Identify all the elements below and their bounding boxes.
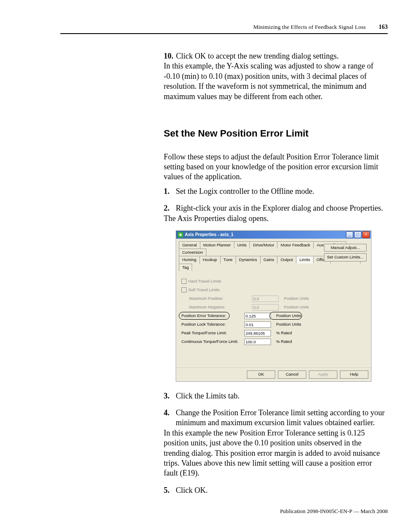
step-4-sub: In this example the new Position Error T… [164,428,386,479]
position-lock-tolerance-unit: Position Units [276,322,301,327]
max-positive-unit: Position Units [284,296,309,301]
continuous-torque-unit: % Rated [276,339,292,344]
step-text: Click OK to accept the new trending dial… [176,51,386,61]
section-intro: Follow these steps to adjust the default… [164,152,386,182]
peak-torque-label: Peak Torque/Force Limit: [181,330,242,336]
continuous-torque-label: Continuous Torque/Force Limit: [181,339,242,344]
tab-hookup[interactable]: Hookup [199,256,221,264]
step-10-detail: In this example, the Y-Axis scaling was … [164,61,386,102]
max-positive-row: Maximum Positive: 0.0 Position Units [181,294,367,303]
max-negative-label: Maximum Negative: [181,305,249,310]
tab-motion-planner[interactable]: Motion Planner [200,241,234,249]
max-positive-input: 0.0 [252,296,279,302]
dialog-app-icon [178,232,183,237]
tab-motor-feedback[interactable]: Motor Feedback [277,241,314,249]
axis-properties-dialog: Axis Properties - axis_1 _ □ × General M… [176,230,371,382]
publication-footer: Publication 2098-IN005C-EN-P — March 200… [280,508,388,515]
dialog-bottom-buttons: OK Cancel Apply Help [176,367,371,381]
max-negative-row: Maximum Negative: 0.0 Position Units [181,303,367,311]
step-2-sub: The Axis Properties dialog opens. [164,214,386,224]
ok-button[interactable]: OK [247,370,275,378]
step-3: 3. Click the Limits tab. [164,391,386,401]
hard-travel-limits-label: Hard Travel Limits [188,279,221,284]
position-error-tolerance-input[interactable]: 0.125 [244,313,271,319]
step-text: Set the Logix controller to the Offline … [176,187,386,196]
tab-gains[interactable]: Gains [260,256,278,264]
step-text: Change the Position Error Tolerance limi… [176,408,386,428]
step-number: 4. [164,408,173,428]
step-number: 10. [164,51,174,61]
tab-conversion[interactable]: Conversion [179,249,206,256]
tab-tag[interactable]: Tag [179,264,192,271]
step-text: Right-click your axis in the Explorer di… [176,203,386,213]
position-lock-tolerance-input[interactable]: 0.01 [244,321,271,328]
tab-drive-motor[interactable]: Drive/Motor [249,241,277,249]
max-positive-label: Maximum Positive: [181,296,249,301]
position-lock-tolerance-label: Position Lock Tolerance: [181,322,242,327]
soft-travel-limits-checkbox[interactable] [181,287,187,292]
step-10: 10. Click OK to accept the new trending … [164,51,386,61]
tab-output[interactable]: Output [277,256,296,264]
continuous-torque-input[interactable]: 100.0 [244,339,271,345]
step-number: 2. [164,203,173,213]
step-text: Click the Limits tab. [176,391,386,401]
dialog-titlebar[interactable]: Axis Properties - axis_1 _ □ × [176,231,371,239]
tab-general[interactable]: General [179,241,200,249]
hard-travel-limits-checkbox[interactable] [181,279,187,284]
position-error-tolerance-row: Position Error Tolerance: 0.125 Position… [181,311,367,320]
position-error-tolerance-label: Position Error Tolerance: [181,313,242,318]
tab-dynamics[interactable]: Dynamics [236,256,261,264]
step-text: Click OK. [176,485,386,495]
apply-button[interactable]: Apply [309,370,337,378]
tab-limits[interactable]: Limits [296,256,314,264]
header-title: Minimizing the Effects of Feedback Signa… [253,24,366,31]
set-custom-limits-button[interactable]: Set Custom Limits... [324,253,367,261]
maximize-button[interactable]: □ [354,231,361,238]
tab-tune[interactable]: Tune [220,256,236,264]
step-2: 2. Right-click your axis in the Explorer… [164,203,386,213]
step-number: 1. [164,187,173,196]
step-number: 3. [164,391,173,401]
step-4: 4. Change the Position Error Tolerance l… [164,408,386,428]
peak-torque-unit: % Rated [276,330,292,336]
section-heading: Set the New Position Error Limit [164,128,386,140]
step-5: 5. Click OK. [164,485,386,495]
soft-travel-limits-label: Soft Travel Limits [188,287,220,292]
peak-torque-row: Peak Torque/Force Limit: 249.86105 % Rat… [181,329,367,337]
close-button[interactable]: × [362,231,370,238]
dialog-title: Axis Properties - axis_1 [185,232,234,237]
position-error-tolerance-unit: Position Units [276,313,301,318]
step-number: 5. [164,485,173,495]
continuous-torque-row: Continuous Torque/Force Limit: 100.0 % R… [181,337,367,346]
max-negative-input: 0.0 [252,304,279,311]
minimize-button[interactable]: _ [346,231,353,238]
step-1: 1. Set the Logix controller to the Offli… [164,187,386,196]
tab-units[interactable]: Units [234,241,250,249]
position-lock-tolerance-row: Position Lock Tolerance: 0.01 Position U… [181,320,367,329]
main-content: 10. Click OK to accept the new trending … [164,51,386,495]
tab-homing[interactable]: Homing [179,256,200,264]
running-header: Minimizing the Effects of Feedback Signa… [60,24,388,34]
max-negative-unit: Position Units [284,305,309,310]
peak-torque-input[interactable]: 249.86105 [244,330,271,336]
hard-travel-limits-row: Hard Travel Limits [181,277,367,286]
manual-adjust-button[interactable]: Manual Adjust... [324,244,367,252]
page-number: 163 [379,24,388,31]
help-button[interactable]: Help [340,370,368,378]
soft-travel-limits-row: Soft Travel Limits [181,286,367,294]
cancel-button[interactable]: Cancel [278,370,306,378]
